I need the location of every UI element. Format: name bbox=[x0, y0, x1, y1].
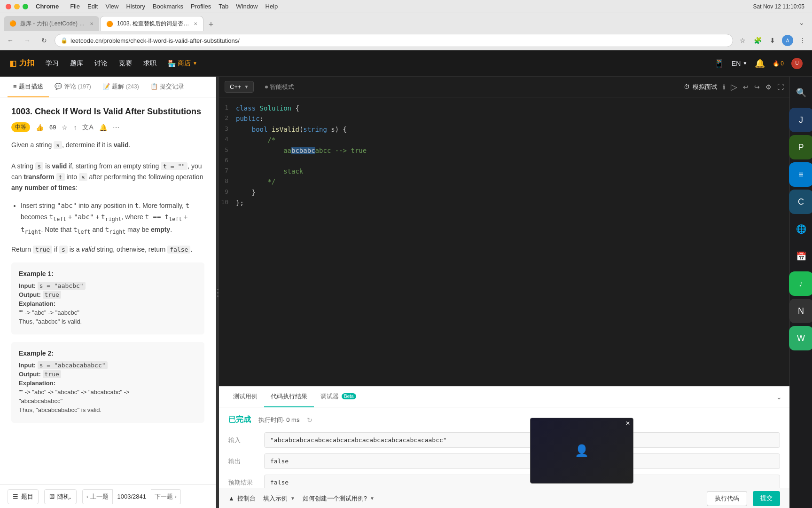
menu-file[interactable]: File bbox=[70, 3, 80, 10]
close-button[interactable] bbox=[6, 4, 11, 9]
nav-discuss[interactable]: 讨论 bbox=[94, 59, 108, 68]
dock-notion-icon[interactable]: N bbox=[789, 299, 812, 323]
menu-window[interactable]: Window bbox=[236, 3, 258, 10]
info-icon[interactable]: ℹ bbox=[723, 83, 725, 91]
more-icon[interactable]: ⋯ bbox=[113, 124, 119, 131]
forward-button[interactable]: → bbox=[21, 34, 34, 47]
console-text: 控制台 bbox=[237, 494, 256, 503]
language-selector[interactable]: EN ▼ bbox=[732, 60, 747, 67]
address-bar[interactable]: 🔒 leetcode.cn/problems/check-if-word-is-… bbox=[55, 34, 733, 47]
tab-1-close[interactable]: ✕ bbox=[90, 21, 94, 26]
how-to-create-button[interactable]: 如何创建一个测试用例? ▼ bbox=[303, 494, 375, 503]
share-icon[interactable]: ↑ bbox=[73, 124, 77, 131]
video-content: 👤 bbox=[531, 418, 633, 483]
menu-profiles[interactable]: Profiles bbox=[191, 3, 211, 10]
menu-tab[interactable]: Tab bbox=[219, 3, 228, 10]
user-avatar[interactable]: U bbox=[791, 58, 803, 69]
run-code-button[interactable]: 执行代码 bbox=[707, 491, 747, 506]
nav-jobs[interactable]: 求职 bbox=[143, 59, 156, 68]
tab-submissions[interactable]: 📋 提交记录 bbox=[145, 77, 190, 97]
dock-jetbrains-icon[interactable]: J bbox=[789, 108, 812, 132]
nav-problems[interactable]: 题库 bbox=[70, 59, 83, 68]
problem-action-bar: ☰ 题目 ⚄ 随机. ‹ 上一题 1003/2841 下一题 › bbox=[0, 484, 216, 508]
comments-count: (197) bbox=[78, 83, 91, 90]
random-button[interactable]: ⚄ 随机. bbox=[44, 489, 77, 504]
tab-result[interactable]: 代码执行结果 bbox=[264, 387, 314, 407]
redo-icon[interactable]: ↪ bbox=[754, 83, 760, 91]
minimize-button[interactable] bbox=[14, 4, 20, 9]
reload-button[interactable]: ↻ bbox=[38, 34, 51, 47]
dock-vscode-icon[interactable]: ≡ bbox=[789, 162, 812, 187]
download-icon[interactable]: ⬇ bbox=[767, 35, 778, 46]
bell-prob-icon[interactable]: 🔔 bbox=[99, 124, 107, 131]
dock-wechat-icon[interactable]: W bbox=[789, 326, 812, 350]
undo-icon[interactable]: ↩ bbox=[743, 83, 749, 91]
refresh-icon[interactable]: ↻ bbox=[307, 416, 312, 424]
translate-icon[interactable]: 文A bbox=[82, 123, 93, 132]
prev-problem-button[interactable]: ‹ 上一题 bbox=[82, 489, 113, 504]
menu-dots-icon[interactable]: ⋮ bbox=[797, 35, 808, 46]
star-icon[interactable]: ☆ bbox=[62, 124, 68, 131]
settings-icon[interactable]: ⚙ bbox=[765, 83, 772, 91]
new-tab-button[interactable]: + bbox=[204, 18, 218, 31]
language-selector[interactable]: C++ ▼ bbox=[225, 81, 254, 93]
menu-bookmarks[interactable]: Bookmarks bbox=[153, 3, 183, 10]
menu-edit[interactable]: Edit bbox=[87, 3, 98, 10]
tab-2-close[interactable]: ✕ bbox=[194, 21, 197, 26]
dock-chrome-icon[interactable]: 🌐 bbox=[789, 217, 812, 241]
tab-debugger[interactable]: 调试器 Beta bbox=[314, 387, 363, 407]
mobile-icon[interactable]: 📱 bbox=[714, 58, 724, 69]
fullscreen-icon[interactable]: ⛶ bbox=[777, 83, 784, 91]
smart-mode-toggle[interactable]: 智能模式 bbox=[265, 83, 294, 91]
tab-comments[interactable]: 💬 评论 (197) bbox=[49, 77, 97, 97]
profile-avatar[interactable]: A bbox=[782, 35, 793, 46]
tab-1-title: 题库 - 力扣 (LeetCode) 全球极... bbox=[20, 20, 86, 28]
fill-example-button[interactable]: 填入示例 ▼ bbox=[263, 494, 295, 503]
dock-clion-icon[interactable]: C bbox=[789, 190, 812, 214]
submissions-label: 提交记录 bbox=[160, 82, 184, 91]
fire-icon: 🔥 bbox=[773, 60, 780, 67]
nav-contest[interactable]: 竞赛 bbox=[119, 59, 132, 68]
result-time-label: 执行时间· 0 ms bbox=[258, 416, 299, 424]
collapse-icon[interactable]: ⌄ bbox=[776, 393, 782, 401]
resize-dot-2 bbox=[217, 292, 219, 294]
tab-description[interactable]: ≡ 题目描述 bbox=[8, 77, 49, 97]
tab-2-favicon: 🟠 bbox=[106, 21, 113, 27]
tab-2[interactable]: 🟠 1003. 检查替换后的词是否有效 ✕ bbox=[100, 16, 203, 31]
tab-1[interactable]: 🟠 题库 - 力扣 (LeetCode) 全球极... ✕ bbox=[4, 16, 99, 31]
problem-list-button[interactable]: ☰ 题目 bbox=[8, 489, 39, 504]
lc-logo[interactable]: ◧ 力扣 bbox=[9, 58, 34, 68]
tab-testcase[interactable]: 测试用例 bbox=[226, 387, 264, 407]
console-expand-icon[interactable]: ▲ bbox=[228, 495, 234, 502]
premium-coins[interactable]: 🔥 0 bbox=[773, 60, 784, 67]
submit-button[interactable]: 提交 bbox=[753, 491, 780, 506]
next-problem-button[interactable]: 下一题 › bbox=[151, 489, 181, 504]
dock-spotify-icon[interactable]: ♪ bbox=[789, 271, 812, 296]
like-icon[interactable]: 👍 bbox=[36, 124, 44, 131]
tab-dropdown-button[interactable]: ⌄ bbox=[795, 16, 808, 29]
bell-icon[interactable]: 🔔 bbox=[755, 58, 765, 69]
comments-icon: 💬 bbox=[55, 83, 62, 90]
line-content-9: } bbox=[236, 187, 256, 198]
menu-view[interactable]: View bbox=[105, 3, 118, 10]
nav-learn[interactable]: 学习 bbox=[46, 59, 59, 68]
play-icon[interactable]: ▷ bbox=[731, 82, 737, 92]
code-line-10: 10 }; bbox=[219, 198, 789, 208]
menu-history[interactable]: History bbox=[126, 3, 145, 10]
back-button[interactable]: ← bbox=[4, 34, 17, 47]
maximize-button[interactable] bbox=[23, 4, 28, 9]
resize-dot-3 bbox=[217, 295, 219, 297]
bookmark-icon[interactable]: ☆ bbox=[737, 35, 748, 46]
dock-calendar-icon[interactable]: 📅 bbox=[789, 244, 812, 269]
dock-pycharm-icon[interactable]: P bbox=[789, 135, 812, 159]
video-close-button[interactable]: ✕ bbox=[625, 420, 630, 427]
menu-help[interactable]: Help bbox=[265, 3, 278, 10]
tab-solutions[interactable]: 📝 题解 (243) bbox=[97, 77, 145, 97]
code-editor[interactable]: 1 class Solution { 2 public: 3 bool isVa… bbox=[219, 97, 789, 386]
dock-finder-icon[interactable]: 🔍 bbox=[789, 80, 812, 105]
nav-store[interactable]: 🏪 商店 ▼ bbox=[168, 59, 197, 68]
lc-navbar: ◧ 力扣 学习 题库 讨论 竞赛 求职 🏪 商店 ▼ 📱 EN ▼ 🔔 bbox=[0, 50, 812, 77]
simulate-interview-button[interactable]: ⏱ 模拟面试 bbox=[684, 83, 717, 91]
extensions-icon[interactable]: 🧩 bbox=[752, 35, 763, 46]
line-number-7: 7 bbox=[219, 166, 236, 176]
